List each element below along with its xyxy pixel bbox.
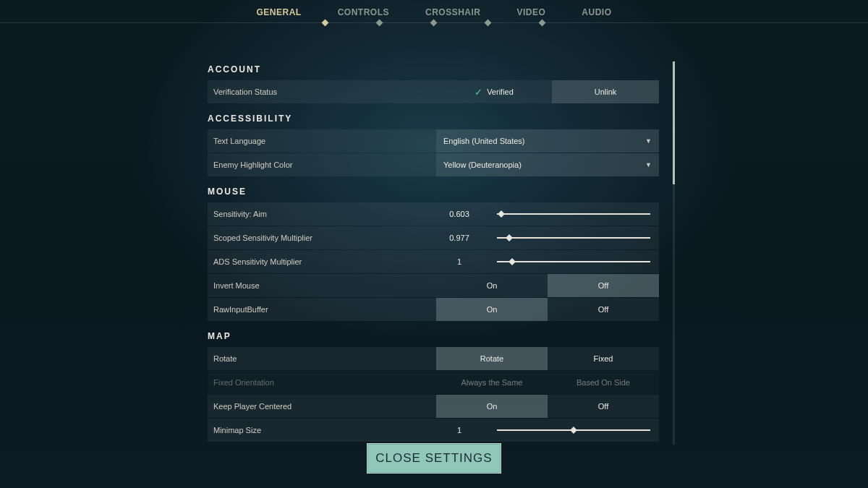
ads-slider[interactable] <box>482 250 659 273</box>
raw-label: RawInputBuffer <box>208 298 436 321</box>
sens-aim-label: Sensitivity: Aim <box>208 202 436 226</box>
enemy-color-value: Yellow (Deuteranopia) <box>443 160 645 169</box>
row-center: Keep Player Centered OnOff <box>208 395 659 418</box>
close-settings-button[interactable]: CLOSE SETTINGS <box>367 443 501 474</box>
row-enemy-color: Enemy Highlight Color Yellow (Deuteranop… <box>208 153 659 176</box>
section-title-mouse: MOUSE <box>208 187 659 197</box>
sens-aim-value[interactable]: 0.603 <box>436 202 482 226</box>
scroll-thumb[interactable] <box>673 61 675 184</box>
raw-toggle: OnOff <box>436 298 659 321</box>
chevron-down-icon: ▼ <box>645 161 652 168</box>
ads-label: ADS Sensitivity Multiplier <box>208 250 436 273</box>
row-ads: ADS Sensitivity Multiplier 1 <box>208 250 659 273</box>
enemy-color-label: Enemy Highlight Color <box>208 153 436 176</box>
chevron-down-icon: ▼ <box>645 137 652 145</box>
tab-audio[interactable]: AUDIO <box>582 7 611 23</box>
toggle-option[interactable]: Off <box>548 298 659 321</box>
settings-scrollbar[interactable] <box>673 61 675 445</box>
toggle-option[interactable]: Fixed <box>548 347 659 370</box>
row-verification: Verification Status ✓ Verified Unlink <box>208 80 659 103</box>
invert-label: Invert Mouse <box>208 274 436 297</box>
toggle-option[interactable]: Rotate <box>436 347 548 370</box>
row-sens-aim: Sensitivity: Aim 0.603 <box>208 202 659 226</box>
section-title-account: ACCOUNT <box>208 64 659 74</box>
settings-panel: ACCOUNT Verification Status ✓ Verified U… <box>208 54 659 445</box>
language-value: English (United States) <box>443 137 645 145</box>
toggle-option[interactable]: On <box>436 298 548 321</box>
language-label: Text Language <box>208 129 436 153</box>
row-rotate: Rotate RotateFixed <box>208 347 659 370</box>
check-icon: ✓ <box>475 87 482 98</box>
verification-label: Verification Status <box>208 80 436 103</box>
toggle-option[interactable]: On <box>436 395 548 418</box>
row-invert: Invert Mouse OnOff <box>208 274 659 297</box>
unlink-button[interactable]: Unlink <box>552 80 659 103</box>
ads-value[interactable]: 1 <box>436 250 482 273</box>
row-fixed-orientation: Fixed Orientation Always the SameBased O… <box>208 371 659 394</box>
center-toggle: OnOff <box>436 395 659 418</box>
tab-general[interactable]: GENERAL <box>256 7 301 23</box>
toggle-option[interactable]: On <box>436 274 548 297</box>
rotate-toggle: RotateFixed <box>436 347 659 370</box>
toggle-option[interactable]: Off <box>548 395 659 418</box>
language-dropdown[interactable]: English (United States) ▼ <box>436 129 659 153</box>
enemy-color-dropdown[interactable]: Yellow (Deuteranopia) ▼ <box>436 153 659 176</box>
row-scoped: Scoped Sensitivity Multiplier 0.977 <box>208 226 659 249</box>
sens-aim-slider[interactable] <box>482 202 659 226</box>
minimap-value[interactable]: 1 <box>436 419 482 442</box>
invert-toggle: OnOff <box>436 274 659 297</box>
row-raw: RawInputBuffer OnOff <box>208 298 659 321</box>
minimap-label: Minimap Size <box>208 419 436 442</box>
scoped-label: Scoped Sensitivity Multiplier <box>208 226 436 249</box>
minimap-slider[interactable] <box>482 419 659 442</box>
row-language: Text Language English (United States) ▼ <box>208 129 659 153</box>
fixed-orientation-label: Fixed Orientation <box>208 371 436 394</box>
verification-status-text: Verified <box>487 87 514 96</box>
fixed-orientation-toggle: Always the SameBased On Side <box>436 371 659 394</box>
section-title-accessibility: ACCESSIBILITY <box>208 114 659 124</box>
row-minimap: Minimap Size 1 <box>208 419 659 442</box>
section-title-map: MAP <box>208 331 659 341</box>
scoped-slider[interactable] <box>482 226 659 249</box>
toggle-option: Always the Same <box>436 371 548 394</box>
toggle-option: Based On Side <box>548 371 659 394</box>
center-label: Keep Player Centered <box>208 395 436 418</box>
scoped-value[interactable]: 0.977 <box>436 226 482 249</box>
toggle-option[interactable]: Off <box>548 274 659 297</box>
verification-status: ✓ Verified <box>436 80 552 103</box>
rotate-label: Rotate <box>208 347 436 370</box>
